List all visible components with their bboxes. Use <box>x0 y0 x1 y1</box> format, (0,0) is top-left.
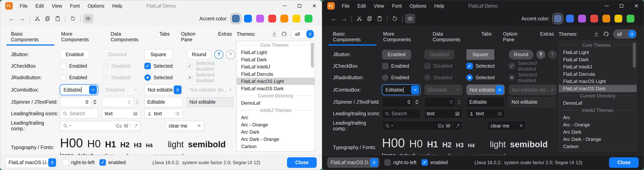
theme-item-demolaf[interactable]: DemoLaf <box>237 99 314 107</box>
themes-filter-combobox[interactable]: all <box>291 29 315 39</box>
close-window-button[interactable]: ✕ <box>629 0 644 12</box>
theme-item-flatlaf-light[interactable]: FlatLaf Light <box>237 49 314 56</box>
maximize-button[interactable] <box>292 0 307 12</box>
chevron-up-down-icon[interactable] <box>306 30 314 38</box>
theme-item-flatlaf-dark[interactable]: FlatLaf Dark <box>559 56 636 63</box>
enabled-button[interactable]: Enabled <box>382 50 411 60</box>
accent-swatch[interactable] <box>292 15 300 23</box>
chevron-down-icon[interactable] <box>69 125 71 126</box>
tab-option-pane[interactable]: Option Pane <box>498 30 534 46</box>
tab-basic-components[interactable]: Basic Components <box>328 30 376 46</box>
menu-edit[interactable]: Edit <box>35 3 44 9</box>
minimize-button[interactable] <box>277 0 292 12</box>
round-button[interactable]: Round <box>186 50 212 60</box>
cut-button[interactable] <box>32 14 42 23</box>
accent-swatch[interactable] <box>554 15 562 23</box>
menu-font[interactable]: Font <box>392 3 402 9</box>
clear-icon[interactable]: ✕ <box>197 123 201 128</box>
menu-font[interactable]: Font <box>70 3 80 9</box>
check-selected[interactable] <box>144 63 151 69</box>
theme-item-flatlaf-intellij[interactable]: FlatLaf IntelliJ <box>237 63 314 70</box>
back-button[interactable]: ← <box>329 14 339 23</box>
accent-swatch[interactable] <box>280 15 288 23</box>
not-editable-combobox[interactable]: Not editable <box>466 85 505 95</box>
editable-textfield[interactable]: Editable <box>144 97 183 107</box>
copy-button[interactable] <box>42 14 52 23</box>
clear-icon[interactable]: ✕ <box>519 123 523 128</box>
forward-button[interactable]: → <box>17 14 27 23</box>
clearable-input[interactable]: clear me ✕ <box>166 121 204 131</box>
accent-swatch[interactable] <box>566 15 574 23</box>
menu-view[interactable]: View <box>52 3 62 9</box>
theme-item-arc-dark[interactable]: Arc Dark <box>237 128 314 135</box>
theme-item-arc-dark[interactable]: Arc Dark <box>559 128 636 135</box>
search-with-options-input[interactable]: Cc W .* <box>60 121 140 131</box>
search-with-options-input[interactable]: Cc W .* <box>382 121 462 131</box>
themes-scrollbar-thumb[interactable] <box>633 43 636 68</box>
help-button[interactable]: ? <box>214 50 223 59</box>
theme-item-flatlaf-macos-light[interactable]: FlatLaf macOS Light <box>559 78 636 85</box>
theme-item-carbon[interactable]: Carbon <box>559 143 636 150</box>
editable-combobox[interactable]: Editable <box>382 85 420 95</box>
square-button[interactable]: Square <box>466 49 494 60</box>
theme-item-flatlaf-darcula[interactable]: FlatLaf Darcula <box>559 70 636 78</box>
refresh-button[interactable] <box>390 14 400 23</box>
round-button[interactable]: Round <box>508 50 534 60</box>
right-to-left-checkbox[interactable]: right-to-left <box>62 159 94 166</box>
menu-file[interactable]: File <box>342 3 350 9</box>
not-editable-combobox[interactable]: Not editable <box>144 85 183 95</box>
right-to-left-checkbox[interactable]: right-to-left <box>384 159 416 166</box>
show-toggle-button[interactable] <box>83 14 93 23</box>
enabled-checkbox[interactable]: enabled <box>100 159 126 166</box>
tab-more-components[interactable]: More Components <box>56 30 104 46</box>
theme-item-demolaf[interactable]: DemoLaf <box>559 99 636 107</box>
tab-extras[interactable]: Extras <box>535 30 558 46</box>
accent-swatch[interactable] <box>614 15 622 23</box>
tab-more-components[interactable]: More Components <box>378 30 426 46</box>
tab-option-pane[interactable]: Option Pane <box>176 30 212 46</box>
theme-item-arc[interactable]: Arc <box>237 114 314 121</box>
chevron-up-down-icon[interactable] <box>174 85 182 94</box>
checkbox-box[interactable] <box>62 159 69 166</box>
enabled-checkbox[interactable]: enabled <box>422 159 448 166</box>
editable-combobox[interactable]: Editable <box>60 85 98 95</box>
accent-swatch[interactable] <box>244 15 252 23</box>
check-selected[interactable] <box>466 63 473 69</box>
check-enabled[interactable] <box>60 63 66 69</box>
chevron-down-icon[interactable] <box>89 85 97 94</box>
user-input[interactable]: text <box>144 109 183 119</box>
clearable-input[interactable]: clear me ✕ <box>488 121 526 131</box>
theme-item-flatlaf-macos-dark[interactable]: FlatLaf macOS Dark <box>237 85 314 92</box>
accent-swatch[interactable] <box>590 15 598 23</box>
download-button[interactable] <box>594 31 599 37</box>
close-window-button[interactable]: ✕ <box>307 0 322 12</box>
refresh-button[interactable] <box>68 14 78 23</box>
theme-item-cobalt-2[interactable]: Cobalt 2 <box>237 150 314 152</box>
editable-textfield[interactable]: Editable <box>466 97 505 107</box>
chevron-up-down-icon[interactable] <box>628 30 636 38</box>
radio-enabled[interactable] <box>382 74 388 81</box>
accent-swatch[interactable] <box>256 15 264 23</box>
accent-swatch[interactable] <box>626 15 634 23</box>
radio-selected[interactable] <box>144 74 151 81</box>
paste-button[interactable] <box>374 14 385 23</box>
accent-swatch[interactable] <box>268 15 276 23</box>
theme-item-flatlaf-intellij[interactable]: FlatLaf IntelliJ <box>559 63 636 70</box>
check-enabled[interactable] <box>382 63 388 69</box>
chevron-up-down-icon[interactable] <box>496 85 504 94</box>
tab-tabs[interactable]: Tabs <box>476 30 496 46</box>
regex-button[interactable]: .* <box>456 123 459 129</box>
menu-options[interactable]: Options <box>88 3 104 9</box>
themes-filter-combobox[interactable]: all <box>613 29 637 39</box>
tab-data-components[interactable]: Data Components <box>428 30 474 46</box>
theme-item-flatlaf-dark[interactable]: FlatLaf Dark <box>237 56 314 63</box>
menu-help[interactable]: Help <box>112 3 122 9</box>
menu-edit[interactable]: Edit <box>357 3 366 9</box>
date-input[interactable]: text <box>102 109 140 119</box>
match-case-button[interactable]: Cc <box>116 123 122 129</box>
theme-item-arc-dark-orange[interactable]: Arc Dark - Orange <box>237 135 314 143</box>
forward-button[interactable]: → <box>339 14 349 23</box>
menu-view[interactable]: View <box>374 3 384 9</box>
chevron-down-icon[interactable] <box>391 125 393 126</box>
accent-swatch[interactable] <box>602 15 610 23</box>
